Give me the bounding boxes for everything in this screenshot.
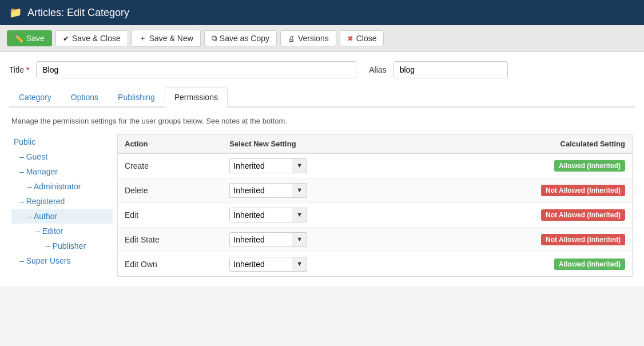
table-row: EditInherited▼Not Allowed (Inherited) <box>118 203 632 228</box>
setting-select-wrap: Inherited▼ <box>229 208 307 222</box>
alias-input[interactable] <box>393 61 508 78</box>
setting-select-1[interactable]: Inherited <box>229 183 292 198</box>
tab-category[interactable]: Category <box>9 88 61 106</box>
calculated-badge: Allowed (Inherited) <box>554 258 625 270</box>
tab-options[interactable]: Options <box>61 88 108 106</box>
group-author[interactable]: – Author <box>11 209 113 224</box>
save-new-label: Save & New <box>149 34 193 43</box>
select-cell: Inherited▼ <box>222 178 420 203</box>
versions-label: Versions <box>298 34 329 43</box>
setting-select-wrap: Inherited▼ <box>229 232 307 247</box>
select-cell: Inherited▼ <box>222 228 420 252</box>
group-superusers[interactable]: – Super Users <box>11 253 113 268</box>
alias-label: Alias <box>369 65 386 74</box>
save-icon: ✏️ <box>14 34 23 43</box>
select-arrow-icon[interactable]: ▼ <box>292 208 307 222</box>
calculated-cell: Not Allowed (Inherited) <box>420 228 632 252</box>
group-manager[interactable]: – Manager <box>11 164 113 179</box>
versions-icon: 🖨 <box>288 34 295 43</box>
title-input[interactable] <box>36 61 356 78</box>
toolbar: ✏️ Save ✔ Save & Close ＋ Save & New ⧉ Sa… <box>0 25 644 52</box>
action-cell: Edit Own <box>118 252 222 277</box>
calculated-badge: Not Allowed (Inherited) <box>541 185 625 196</box>
calculated-badge: Not Allowed (Inherited) <box>541 209 625 221</box>
plus-icon: ＋ <box>139 33 146 43</box>
calculated-cell: Allowed (Inherited) <box>420 252 632 277</box>
table-row: Edit OwnInherited▼Allowed (Inherited) <box>118 252 632 277</box>
setting-select-3[interactable]: Inherited <box>229 232 292 247</box>
tab-publishing[interactable]: Publishing <box>108 88 165 106</box>
save-new-button[interactable]: ＋ Save & New <box>132 30 201 47</box>
action-cell: Edit State <box>118 228 222 252</box>
setting-select-0[interactable]: Inherited <box>229 158 292 173</box>
save-label: Save <box>26 34 45 43</box>
save-close-label: Save & Close <box>72 34 121 43</box>
setting-select-wrap: Inherited▼ <box>229 158 307 173</box>
tab-permissions[interactable]: Permissions <box>165 88 228 108</box>
setting-select-wrap: Inherited▼ <box>229 257 307 272</box>
setting-select-4[interactable]: Inherited <box>229 257 292 272</box>
save-button[interactable]: ✏️ Save <box>7 30 52 46</box>
col-action-header: Action <box>118 135 222 153</box>
top-header: 📁 Articles: Edit Category <box>0 0 644 25</box>
save-close-button[interactable]: ✔ Save & Close <box>55 30 128 46</box>
page-title: Articles: Edit Category <box>27 7 129 19</box>
versions-button[interactable]: 🖨 Versions <box>280 30 336 46</box>
permissions-table: Action Select New Setting Calculated Set… <box>117 134 633 277</box>
select-arrow-icon[interactable]: ▼ <box>292 232 307 246</box>
calculated-cell: Allowed (Inherited) <box>420 153 632 178</box>
action-cell: Delete <box>118 178 222 203</box>
close-icon: ✖ <box>347 34 353 43</box>
close-label: Close <box>356 34 377 43</box>
title-row: Title * Alias <box>9 61 635 78</box>
setting-select-2[interactable]: Inherited <box>229 208 292 222</box>
user-groups: Public – Guest – Manager – Administrator… <box>11 134 117 277</box>
check-icon: ✔ <box>63 34 69 43</box>
perm-table-element: Action Select New Setting Calculated Set… <box>118 135 632 276</box>
group-guest[interactable]: – Guest <box>11 149 113 164</box>
permissions-note: Manage the permission settings for the u… <box>11 117 633 125</box>
table-row: Edit StateInherited▼Not Allowed (Inherit… <box>118 228 632 252</box>
action-cell: Create <box>118 153 222 178</box>
group-public[interactable]: Public <box>11 134 113 149</box>
group-publisher[interactable]: – Publisher <box>11 238 113 253</box>
tabs: Category Options Publishing Permissions <box>9 88 635 108</box>
select-cell: Inherited▼ <box>222 153 420 178</box>
copy-icon: ⧉ <box>212 34 217 43</box>
calculated-badge: Allowed (Inherited) <box>554 160 625 172</box>
table-row: DeleteInherited▼Not Allowed (Inherited) <box>118 178 632 203</box>
calculated-badge: Not Allowed (Inherited) <box>541 234 625 245</box>
select-arrow-icon[interactable]: ▼ <box>292 257 307 271</box>
permissions-section: Manage the permission settings for the u… <box>9 117 635 277</box>
save-copy-label: Save as Copy <box>220 34 269 43</box>
select-cell: Inherited▼ <box>222 252 420 277</box>
required-marker: * <box>24 65 29 74</box>
group-administrator[interactable]: – Administrator <box>11 179 113 194</box>
select-arrow-icon[interactable]: ▼ <box>292 158 307 173</box>
title-label: Title * <box>9 65 29 74</box>
select-arrow-icon[interactable]: ▼ <box>292 183 307 197</box>
group-editor[interactable]: – Editor <box>11 224 113 238</box>
content-area: Title * Alias Category Options Publishin… <box>0 52 644 286</box>
save-copy-button[interactable]: ⧉ Save as Copy <box>204 30 277 46</box>
action-cell: Edit <box>118 203 222 228</box>
setting-select-wrap: Inherited▼ <box>229 183 307 198</box>
table-row: CreateInherited▼Allowed (Inherited) <box>118 153 632 178</box>
col-select-header: Select New Setting <box>222 135 420 153</box>
select-cell: Inherited▼ <box>222 203 420 228</box>
calculated-cell: Not Allowed (Inherited) <box>420 178 632 203</box>
calculated-cell: Not Allowed (Inherited) <box>420 203 632 228</box>
close-button[interactable]: ✖ Close <box>340 30 384 46</box>
permissions-layout: Public – Guest – Manager – Administrator… <box>11 134 633 277</box>
group-registered[interactable]: – Registered <box>11 194 113 209</box>
folder-icon: 📁 <box>9 6 22 19</box>
col-calculated-header: Calculated Setting <box>420 135 632 153</box>
